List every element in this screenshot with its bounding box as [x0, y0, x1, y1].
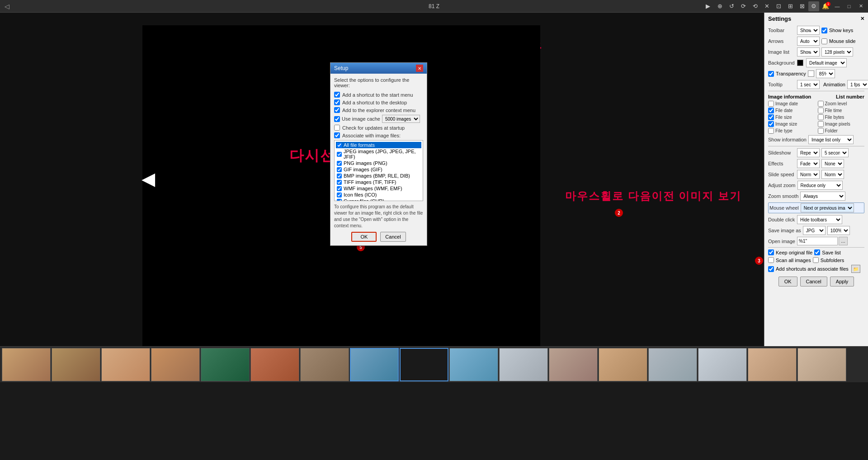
- scan-all-cb[interactable]: [768, 257, 774, 263]
- format-bmp[interactable]: BMP images (BMP, RLE, DIB): [336, 173, 421, 179]
- shortcuts-browse-btn[interactable]: 📁: [851, 265, 860, 273]
- thumb-11[interactable]: [499, 348, 548, 381]
- thumb-14[interactable]: [648, 348, 697, 381]
- subfolders-cb[interactable]: [813, 257, 819, 263]
- format-wmf[interactable]: WMF images (WMF, EMF): [336, 185, 421, 192]
- minimize-btn[interactable]: —: [832, 1, 843, 11]
- image-list-select[interactable]: Show: [797, 47, 820, 56]
- slideshow-repeat-select[interactable]: Repeat: [797, 148, 820, 157]
- zoom-level-cb[interactable]: [818, 101, 824, 107]
- settings-close-btn[interactable]: ✕: [860, 16, 864, 22]
- prev-arrow[interactable]: ◀: [142, 170, 155, 189]
- transparency-checkbox[interactable]: [768, 71, 774, 77]
- format-bmp-cb[interactable]: [337, 174, 342, 178]
- transparency-select[interactable]: 85%: [816, 69, 835, 78]
- maximize-btn[interactable]: □: [844, 1, 854, 11]
- animation-select[interactable]: 1 fps: [847, 80, 868, 89]
- format-png[interactable]: PNG images (PNG): [336, 160, 421, 166]
- open-image-input[interactable]: [797, 237, 838, 245]
- thumb-10[interactable]: [449, 348, 498, 381]
- image-size-cb[interactable]: [768, 121, 774, 127]
- thumb-9[interactable]: [400, 348, 448, 381]
- cache-select[interactable]: 5000 images: [382, 115, 420, 123]
- slideshow-sec-select[interactable]: 5 seconds: [821, 148, 849, 157]
- format-png-cb[interactable]: [337, 161, 342, 166]
- dialog-ok-btn[interactable]: OK: [351, 232, 377, 242]
- transparency-swatch[interactable]: [808, 70, 814, 77]
- mouse-wheel-select[interactable]: Next or previous image: [801, 203, 854, 212]
- close-x-btn[interactable]: ✕: [761, 1, 772, 11]
- slide-speed-select1[interactable]: Normal: [797, 170, 820, 179]
- effects-select1[interactable]: Fade: [797, 159, 820, 168]
- format-gif-cb[interactable]: [337, 167, 342, 172]
- format-wmf-cb[interactable]: [337, 186, 342, 191]
- associate-cb[interactable]: [334, 132, 340, 138]
- play-btn[interactable]: ▶: [703, 1, 713, 11]
- file-type-cb[interactable]: [768, 128, 774, 134]
- background-color-swatch[interactable]: [797, 60, 803, 66]
- arrows-select[interactable]: Auto: [797, 37, 820, 46]
- adjust-zoom-select[interactable]: Reduce only: [797, 181, 843, 190]
- keep-original-cb[interactable]: [768, 249, 774, 255]
- format-cur[interactable]: Cursor files (CUR): [336, 198, 421, 201]
- save-quality-select[interactable]: 100%: [827, 226, 850, 235]
- gear-btn active[interactable]: ⚙: [808, 1, 819, 11]
- format-all-cb[interactable]: [337, 143, 342, 148]
- rotate-btn[interactable]: ↺: [726, 1, 737, 11]
- image-pixels-cb[interactable]: [818, 121, 824, 127]
- add-shortcuts-cb[interactable]: [768, 266, 774, 272]
- thumb-8[interactable]: [350, 348, 399, 381]
- badge-btn[interactable]: 🔔: [820, 1, 831, 11]
- folder-cb[interactable]: [818, 128, 824, 134]
- show-keys-checkbox[interactable]: [821, 28, 827, 33]
- file-date-cb[interactable]: [768, 108, 774, 113]
- toolbar-select[interactable]: ShowHide: [797, 26, 820, 35]
- save-list-cb[interactable]: [814, 249, 820, 255]
- grid-btn[interactable]: ⊞: [785, 1, 796, 11]
- file-bytes-cb[interactable]: [818, 114, 824, 120]
- format-cur-cb[interactable]: [337, 199, 342, 202]
- settings-ok-btn[interactable]: OK: [778, 277, 797, 286]
- thumb-12[interactable]: [549, 348, 598, 381]
- show-info-select[interactable]: Image list only: [808, 135, 854, 144]
- dialog-cancel-btn[interactable]: Cancel: [380, 232, 406, 242]
- format-tiff[interactable]: TIFF images (TIF, TIFF): [336, 179, 421, 185]
- format-all[interactable]: All file formats: [336, 142, 421, 148]
- open-image-browse-btn[interactable]: …: [839, 237, 848, 245]
- updates-cb[interactable]: [334, 125, 340, 131]
- slide-speed-select2[interactable]: Normal: [821, 170, 844, 179]
- image-cache-cb[interactable]: [334, 116, 340, 122]
- refresh-btn[interactable]: ⟳: [738, 1, 749, 11]
- thumb-6[interactable]: [250, 348, 299, 381]
- image-date-cb[interactable]: [768, 101, 774, 107]
- thumb-2[interactable]: [52, 348, 100, 381]
- add-btn[interactable]: ⊕: [714, 1, 725, 11]
- start-menu-cb[interactable]: [334, 92, 340, 98]
- context-menu-cb[interactable]: [334, 107, 340, 113]
- thumb-16[interactable]: [748, 348, 797, 381]
- save-format-select[interactable]: JPG: [803, 226, 826, 235]
- zoom-smooth-select[interactable]: Always: [800, 192, 845, 201]
- thumb-15[interactable]: [698, 348, 747, 381]
- settings-cancel-btn[interactable]: Cancel: [800, 277, 827, 286]
- thumb-3[interactable]: [101, 348, 150, 381]
- format-jpeg[interactable]: JPEG images (JPG, JPEG, JPE, JFIF): [336, 148, 421, 160]
- format-tiff-cb[interactable]: [337, 180, 342, 185]
- crop-btn[interactable]: ⊡: [773, 1, 784, 11]
- window-close-btn[interactable]: ✕: [855, 1, 866, 11]
- back-icon[interactable]: ◁: [5, 3, 9, 10]
- thumb-5[interactable]: [201, 348, 250, 381]
- format-jpeg-cb[interactable]: [337, 152, 342, 157]
- image-list-px-select[interactable]: 128 pixels: [821, 47, 853, 56]
- mouse-slide-checkbox[interactable]: [821, 38, 827, 44]
- format-ico[interactable]: Icon files (ICO): [336, 192, 421, 198]
- dialog-close-btn[interactable]: ✕: [416, 65, 423, 72]
- double-click-select[interactable]: Hide toolbars: [797, 215, 842, 224]
- format-gif[interactable]: GIF images (GIF): [336, 166, 421, 173]
- effects-select2[interactable]: None: [821, 159, 844, 168]
- background-select[interactable]: Default image: [806, 58, 847, 67]
- expand-btn[interactable]: ⊠: [797, 1, 807, 11]
- back2-btn[interactable]: ⟲: [750, 1, 760, 11]
- thumb-7[interactable]: [300, 348, 349, 381]
- format-ico-cb[interactable]: [337, 192, 342, 197]
